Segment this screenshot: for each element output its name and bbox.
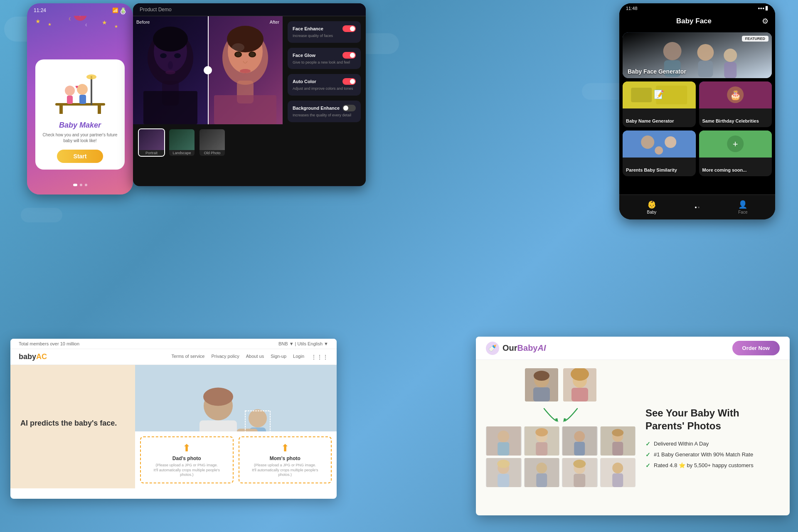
svg-point-35 xyxy=(724,49,737,62)
grid-icon[interactable]: ⋮⋮⋮ xyxy=(311,354,328,360)
featured-card[interactable]: FEATURED Baby Face Generator xyxy=(623,32,772,78)
svg-point-60 xyxy=(249,409,267,428)
page-dots xyxy=(73,184,87,186)
more-coming-item[interactable]: + More coming soon... xyxy=(699,131,772,176)
terms-link[interactable]: Terms of service xyxy=(171,354,204,360)
portrait-label: Portrait xyxy=(139,150,164,156)
main-content: AI predicts the baby's face. xyxy=(10,365,337,488)
featured-card-title: Baby Face Generator xyxy=(628,68,686,75)
dad-photo xyxy=(525,368,558,401)
divider-handle[interactable] xyxy=(204,66,212,74)
ios-app-header: Baby Face ⚙ xyxy=(619,13,775,29)
upload-hint: (Please upload a JPG or PNG image.It'll … xyxy=(151,463,223,478)
product-demo-label: Product Demo xyxy=(140,7,172,12)
logo-accent: AC xyxy=(36,352,47,361)
baby-photo-3 xyxy=(562,426,598,456)
start-button[interactable]: Start xyxy=(57,150,103,163)
svg-point-93 xyxy=(536,463,547,473)
control-header: Auto Color xyxy=(293,78,356,85)
mom-photo-upload[interactable]: ⬆ Mom's photo (Please upload a JPG or PN… xyxy=(239,436,332,483)
arrows xyxy=(486,406,635,423)
svg-point-59 xyxy=(203,388,233,406)
svg-rect-101 xyxy=(612,473,623,487)
bg-enhance-control: Background Enhance Increases the quality… xyxy=(288,101,361,122)
moon-icon: ☾ xyxy=(85,23,88,27)
svg-rect-87 xyxy=(612,442,623,456)
feature-3: ✓ Rated 4.8 ⭐ by 5,500+ happy customers xyxy=(645,462,780,469)
face-glow-toggle[interactable] xyxy=(342,52,356,59)
signal-icon: 📶 xyxy=(112,7,118,13)
nav-links: Terms of service Privacy policy About us… xyxy=(171,354,328,360)
control-title: Auto Color xyxy=(293,79,316,84)
svg-rect-1 xyxy=(59,106,63,114)
settings-icon[interactable]: ⚙ xyxy=(120,7,126,17)
face-tab[interactable]: 👤 Face xyxy=(738,200,747,214)
parents-similarity-item[interactable]: Parents Baby Similarity xyxy=(623,131,696,176)
mom-label: Mom's photo xyxy=(270,456,300,461)
svg-rect-71 xyxy=(571,388,588,401)
hero-headline: AI predicts the baby's face. xyxy=(20,419,125,428)
more-image: + xyxy=(699,131,772,158)
birthday-celebrities-item[interactable]: 🎂 Same Birthday Celebrities xyxy=(699,81,772,127)
face-enhance-toggle[interactable] xyxy=(342,25,356,32)
upload-icon: ⬆ xyxy=(182,442,191,454)
ourbaby-nav: 🍼 OurBabyAI Order Now xyxy=(476,337,790,360)
about-link[interactable]: About us xyxy=(246,354,264,360)
status-bar: 11:24 📶 🔋 xyxy=(27,3,133,15)
parents-row xyxy=(486,368,635,401)
svg-point-100 xyxy=(612,463,623,473)
face-enhance-control: Face Enhance Increase quality of faces xyxy=(288,21,361,43)
ourbaby-content: See Your Baby With Parents' Photos ✓ Del… xyxy=(476,360,790,515)
parents-similarity-label: Parents Baby Similarity xyxy=(626,167,692,173)
star-icon: ★ xyxy=(114,24,118,29)
star-icon: ☾ xyxy=(69,17,72,21)
heart-icon: ♥ xyxy=(74,16,87,21)
svg-rect-36 xyxy=(724,62,736,78)
app-name: Baby Maker xyxy=(59,121,101,130)
control-desc: Increase quality of faces xyxy=(293,34,356,39)
before-label: Before xyxy=(136,20,150,25)
upload-hint: (Please upload a JPG or PNG image.It'll … xyxy=(249,463,321,478)
feature-text: Delivered Within A Day xyxy=(654,441,709,447)
baby-photo-2 xyxy=(524,426,560,456)
couple-illustration: ♥ xyxy=(51,68,109,118)
babyac-website-panel: Total members over 10 million BNB ▼ | Ut… xyxy=(10,339,337,499)
signup-link[interactable]: Sign-up xyxy=(271,354,286,360)
dad-photo-upload[interactable]: ⬆ Dad's photo (Please upload a JPG or PN… xyxy=(140,436,234,483)
privacy-link[interactable]: Privacy policy xyxy=(211,354,239,360)
svg-point-15 xyxy=(168,61,173,69)
after-label: After xyxy=(270,20,279,25)
landscape-label: Landscape xyxy=(169,150,195,156)
svg-point-82 xyxy=(574,431,585,442)
login-link[interactable]: Login xyxy=(293,354,304,360)
ios-settings-icon[interactable]: ⚙ xyxy=(762,17,768,26)
babyac-logo: babyAC xyxy=(19,352,47,361)
svg-point-16 xyxy=(165,70,175,74)
check-icon: ✓ xyxy=(645,462,650,469)
hero-left: AI predicts the baby's face. xyxy=(10,365,135,488)
auto-color-toggle[interactable] xyxy=(342,78,356,85)
order-now-button[interactable]: Order Now xyxy=(732,341,780,355)
svg-point-25 xyxy=(250,52,255,57)
baby-photos-section xyxy=(486,368,635,507)
bg-enhance-toggle[interactable] xyxy=(342,105,356,111)
portrait-thumbnail[interactable]: Portrait xyxy=(138,128,165,157)
app-description: Check how you and your partner's future … xyxy=(42,132,118,144)
svg-point-14 xyxy=(174,53,181,58)
baby-tab[interactable]: 👶 Baby xyxy=(647,200,656,214)
svg-rect-67 xyxy=(533,387,550,401)
baby-name-generator-item[interactable]: 📝 Baby Name Generator xyxy=(623,81,696,127)
check-icon: ✓ xyxy=(645,451,650,458)
tab-indicator xyxy=(695,207,699,208)
more-label: More coming soon... xyxy=(702,167,769,173)
logo-text-1: Our xyxy=(502,343,517,352)
birthday-label: Same Birthday Celebrities xyxy=(702,118,769,124)
svg-rect-34 xyxy=(698,61,713,77)
svg-point-12 xyxy=(153,27,188,52)
svg-point-26 xyxy=(240,69,251,73)
ios-app-title: Baby Face xyxy=(626,17,762,25)
old-photo-thumbnail[interactable]: Old Photo xyxy=(199,128,226,157)
landscape-thumbnail[interactable]: Landscape xyxy=(168,128,195,157)
face-glow-control: Face Glow Give to people a new look and … xyxy=(288,48,361,69)
info-section: See Your Baby With Parents' Photos ✓ Del… xyxy=(645,368,780,507)
